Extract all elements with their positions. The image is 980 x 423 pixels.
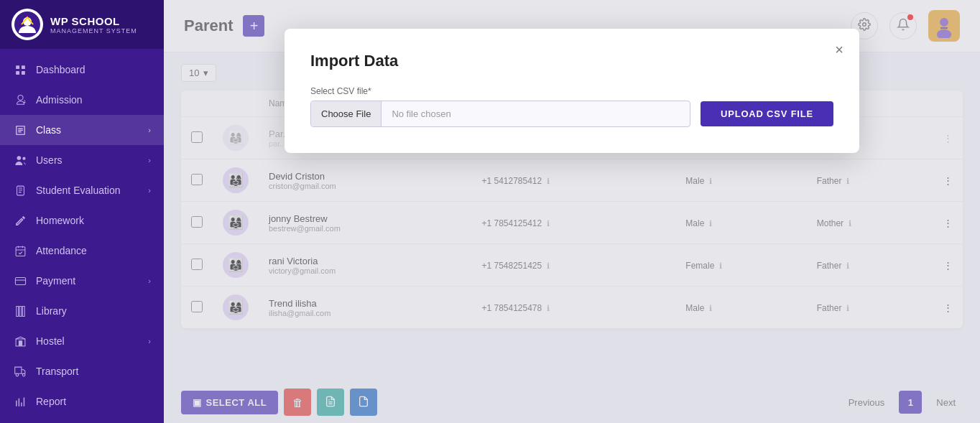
truck-icon: [13, 364, 27, 378]
chart-icon: [13, 394, 27, 409]
sidebar-item-hostel[interactable]: Hostel ›: [0, 326, 164, 356]
choose-file-button[interactable]: Choose File: [311, 101, 382, 126]
sidebar-item-payment[interactable]: Payment ›: [0, 266, 164, 296]
sidebar-item-dashboard[interactable]: Dashboard: [0, 55, 164, 85]
logo-text: WP SCHOOL MANAGEMENT SYSTEM: [50, 15, 137, 34]
import-data-modal: Import Data × Select CSV file* Choose Fi…: [285, 29, 859, 153]
building-icon: [13, 334, 27, 348]
sidebar-navigation: Dashboard Admission Class ›: [0, 49, 164, 423]
sidebar-item-dashboard-label: Dashboard: [36, 64, 85, 75]
sidebar-item-admission[interactable]: Admission: [0, 85, 164, 115]
sidebar-item-transport-label: Transport: [36, 366, 78, 377]
user-plus-icon: [13, 93, 27, 107]
svg-point-6: [17, 156, 21, 160]
file-input-label: Select CSV file*: [310, 86, 833, 96]
chevron-right-icon: ›: [148, 337, 151, 345]
file-input-row: Choose File No file chosen UPLOAD CSV FI…: [310, 101, 833, 127]
modal-overlay: Import Data × Select CSV file* Choose Fi…: [164, 0, 980, 423]
svg-rect-8: [17, 186, 24, 195]
sidebar-item-transport[interactable]: Transport: [0, 356, 164, 386]
file-name-display: No file chosen: [382, 101, 690, 126]
sidebar-item-admission-label: Admission: [36, 94, 83, 106]
library-icon: [13, 304, 27, 318]
svg-rect-2: [16, 65, 19, 69]
sidebar-item-payment-label: Payment: [36, 275, 75, 287]
svg-rect-4: [16, 70, 19, 74]
calendar-check-icon: [13, 243, 27, 258]
sidebar-logo: WP SCHOOL MANAGEMENT SYSTEM: [0, 0, 164, 49]
sidebar-item-homework-label: Homework: [36, 215, 84, 226]
svg-rect-3: [21, 65, 24, 69]
logo-subtitle: MANAGEMENT SYSTEM: [50, 27, 137, 34]
sidebar-item-hostel-label: Hostel: [36, 335, 65, 347]
sidebar-item-library-label: Library: [36, 305, 67, 317]
pencil-icon: [13, 213, 27, 228]
sidebar-item-class-label: Class: [36, 124, 61, 136]
clipboard-icon: [13, 183, 27, 197]
sidebar: WP SCHOOL MANAGEMENT SYSTEM Dashboard Ad…: [0, 0, 164, 423]
sidebar-item-users-label: Users: [36, 154, 63, 166]
svg-point-12: [16, 373, 19, 376]
sidebar-item-report[interactable]: Report: [0, 386, 164, 417]
users-icon: [13, 153, 27, 167]
main-content: Parent +: [164, 0, 980, 423]
sidebar-item-attendance-label: Attendance: [36, 245, 87, 256]
sidebar-item-library[interactable]: Library: [0, 296, 164, 326]
upload-csv-button[interactable]: UPLOAD CSV FILE: [701, 101, 833, 126]
svg-point-7: [22, 157, 25, 159]
sidebar-item-student-evaluation[interactable]: Student Evaluation ›: [0, 175, 164, 205]
sidebar-item-homework[interactable]: Homework: [0, 205, 164, 236]
svg-rect-5: [21, 70, 24, 74]
chevron-right-icon: ›: [148, 186, 151, 195]
svg-rect-10: [15, 277, 25, 284]
sidebar-item-users[interactable]: Users ›: [0, 145, 164, 175]
file-input-wrapper: Choose File No file chosen: [310, 101, 690, 127]
sidebar-item-class[interactable]: Class ›: [0, 115, 164, 145]
modal-close-button[interactable]: ×: [835, 42, 843, 58]
sidebar-item-attendance[interactable]: Attendance: [0, 236, 164, 266]
svg-point-13: [22, 373, 25, 376]
chevron-right-icon: ›: [148, 126, 151, 134]
credit-card-icon: [13, 274, 27, 288]
logo-icon: [11, 9, 43, 40]
svg-rect-9: [16, 246, 25, 256]
sidebar-item-student-evaluation-label: Student Evaluation: [36, 185, 121, 196]
modal-title: Import Data: [310, 52, 833, 70]
logo-title: WP SCHOOL: [50, 15, 137, 27]
chevron-right-icon: ›: [148, 156, 151, 164]
sidebar-item-report-label: Report: [36, 396, 66, 407]
chevron-right-icon: ›: [148, 276, 151, 285]
grid-icon: [13, 62, 27, 77]
book-icon: [13, 123, 27, 137]
